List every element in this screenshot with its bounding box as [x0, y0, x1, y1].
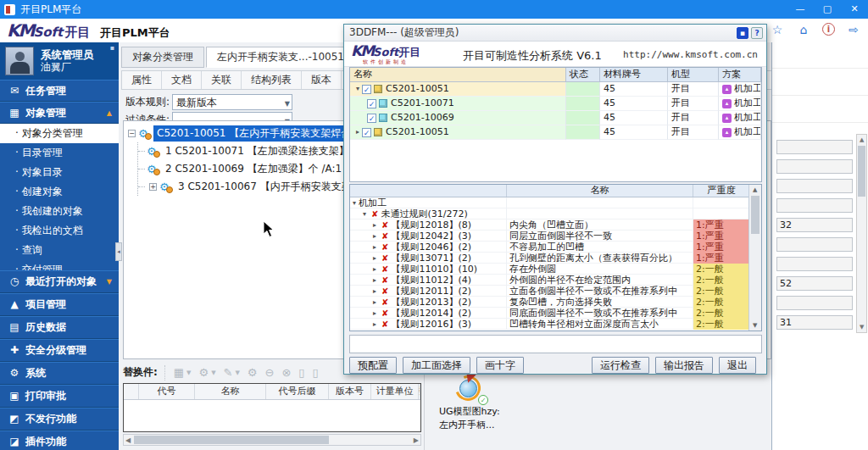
rule-row[interactable]: ▸✘【规则12046】(2) 不容易加工的凹槽 1:严重 [350, 242, 761, 253]
scroll-up-icon[interactable]: ▲ [860, 136, 864, 143]
sidebar-item-catalog-management[interactable]: · 目录管理 [0, 143, 119, 163]
cancel-icon[interactable]: ⊗ [281, 366, 291, 380]
pin-icon[interactable]: ▪ [110, 44, 114, 52]
draw-cross-button[interactable]: 画十字 [476, 357, 524, 374]
sidebar-item-task-management[interactable]: ✉ 任务管理 [0, 80, 119, 102]
part-row[interactable]: ▸ ✓ C5201-10051 45 开目 ▴机加工 [350, 125, 761, 140]
rule-row[interactable]: ▸✘【规则12018】(8) 内尖角（凹槽立面） 1:严重 [350, 219, 761, 231]
scrollbar-thumb[interactable] [858, 146, 865, 197]
sidebar-item-recent-objects[interactable]: ◷ 最近打开的对象 ▼ [0, 270, 119, 293]
sidebar-item-object-catalog[interactable]: · 对象目录 [0, 163, 119, 182]
caret-collapsed-icon[interactable]: ▸ [370, 254, 379, 262]
output-report-button[interactable]: 输出报告 [655, 357, 713, 374]
maximize-button[interactable]: ▢ [814, 0, 841, 19]
remove-icon[interactable]: ⊖ [265, 366, 275, 380]
settings-icon[interactable]: ⚙ [199, 366, 209, 380]
caret-expanded-icon[interactable]: ▾ [353, 82, 362, 96]
sidebar-item-object-management[interactable]: ▦ 对象管理 ▲ [0, 102, 119, 124]
property-field[interactable] [776, 237, 853, 252]
edit-icon[interactable]: ✎ [224, 366, 233, 380]
copy-icon[interactable]: ▯ [298, 366, 304, 380]
property-field[interactable]: 32 [776, 218, 853, 232]
rule-row[interactable]: ▸✘【规则12042】(3) 同层立面倒圆半径不一致 1:严重 [350, 231, 761, 242]
sidebar-splitter[interactable]: ◂ [115, 242, 122, 261]
rules-vertical-scrollbar[interactable]: ▲ ▼ [748, 185, 761, 331]
caret-collapsed-icon[interactable]: ▸ [370, 243, 379, 251]
property-field[interactable]: 52 [776, 276, 853, 291]
sidebar-item-system[interactable]: ⚙ 系统 [0, 362, 119, 385]
expand-arrow-icon[interactable]: ▼ [107, 271, 112, 292]
rule-row[interactable]: ▸✘【规则12013】(2) 复杂凹槽，方向选择失败 2:一般 [350, 297, 761, 308]
logout-icon[interactable]: ⇨ [846, 22, 861, 37]
caret-collapsed-icon[interactable]: ▸ [370, 287, 379, 295]
gear-icon[interactable]: ⚙ [248, 366, 258, 380]
minimize-button[interactable]: — [787, 0, 814, 19]
caret-collapsed-icon[interactable]: ▸ [370, 221, 379, 229]
help-icon[interactable]: ? [751, 27, 763, 39]
sidebar-item-object-classification[interactable]: · 对象分类管理 [0, 124, 119, 143]
tab-object-classification[interactable]: 对象分类管理 [121, 47, 204, 68]
sidebar-item-no-release[interactable]: ◩ 不发行功能 [0, 408, 119, 431]
caret-collapsed-icon[interactable]: ▸ [353, 125, 362, 139]
caret-collapsed-icon[interactable]: ▸ [370, 309, 379, 317]
collapse-box-icon[interactable]: − [128, 130, 136, 137]
duplicate-icon[interactable]: ▯ [312, 366, 318, 380]
sidebar-item-my-created-objects[interactable]: · 我创建的对象 [0, 202, 119, 221]
favorite-icon[interactable]: ☆ [770, 22, 785, 37]
sidebar-item-delivery-management[interactable]: · 交付管理 [0, 260, 119, 270]
rule-row[interactable]: ▸✘【规则12016】(3) 凹槽转角半径相对立面深度而言太小 2:一般 [350, 319, 761, 330]
info-icon[interactable]: i [822, 23, 835, 36]
caret-collapsed-icon[interactable]: ▸ [370, 298, 379, 306]
scroll-down-icon[interactable]: ▼ [860, 324, 864, 331]
property-field[interactable] [776, 140, 853, 154]
machining-face-select-button[interactable]: 加工面选择 [403, 357, 470, 374]
property-field[interactable] [776, 159, 853, 174]
scroll-right-icon[interactable]: ▶ [414, 436, 419, 444]
caret-collapsed-icon[interactable]: ▸ [370, 265, 379, 273]
close-button[interactable]: ✕ [841, 0, 868, 19]
version-rule-select[interactable]: 最新版本 ▼ [172, 94, 292, 110]
checkbox[interactable]: ✓ [362, 128, 371, 137]
horizontal-scrollbar[interactable]: ◀ ▶ [123, 434, 421, 446]
property-field[interactable] [776, 198, 853, 213]
vertical-scrollbar[interactable]: ▲ ▼ [856, 134, 867, 333]
property-field[interactable]: 31 [776, 315, 853, 330]
rule-subgroup-row[interactable]: ▾✘未通过规则(31/272) [350, 208, 761, 219]
scrollbar-thumb[interactable] [751, 196, 760, 234]
property-field[interactable] [776, 179, 853, 193]
checkbox[interactable]: ✓ [367, 114, 376, 123]
sidebar-item-plugin[interactable]: ◪ 插件功能 [0, 431, 119, 450]
subtab-properties[interactable]: 属性 [122, 71, 162, 89]
caret-collapsed-icon[interactable]: ▸ [370, 320, 379, 328]
rule-group-row[interactable]: ▾机加工 [350, 197, 761, 208]
paste-icon[interactable]: ▦ [174, 366, 184, 380]
property-field[interactable] [776, 296, 853, 310]
expand-box-icon[interactable]: + [149, 183, 157, 191]
sidebar-item-security-management[interactable]: ✚ 安全分级管理 [0, 339, 119, 362]
rule-row[interactable]: ▸✘【规则12011】(2) 立面各倒圆半径不一致或不在推荐系列中 2:一般 [350, 286, 761, 297]
part-row[interactable]: ✓ C5201-10071 45 开目 ▴机加工 [350, 97, 761, 111]
subtab-documents[interactable]: 文档 [162, 71, 202, 89]
checkbox[interactable]: ✓ [362, 85, 371, 94]
run-check-button[interactable]: 运行检查 [592, 357, 649, 374]
pin-icon[interactable]: ▪ [737, 27, 748, 39]
subtab-structure-list[interactable]: 结构列表 [242, 71, 302, 89]
home-icon[interactable]: ⌂ [796, 22, 811, 37]
subtab-relations[interactable]: 关联 [202, 71, 242, 89]
file-shortcut[interactable]: ✓ UG模型图hzy: 左内开手柄... [439, 373, 532, 431]
sidebar-item-print-approval[interactable]: ▣ 打印审批 [0, 385, 119, 408]
rule-row[interactable]: ▸✘【规则11010】(10) 存在外倒圆 2:一般 [350, 264, 761, 275]
sidebar-item-project-management[interactable]: ▲ 项目管理 [0, 293, 119, 316]
caret-collapsed-icon[interactable]: ▸ [370, 276, 379, 284]
caret-collapsed-icon[interactable]: ▸ [370, 232, 379, 240]
exit-button[interactable]: 退出 [719, 357, 756, 374]
part-row[interactable]: ▾ ✓ C5201-10051 45 开目 ▴机加工 [350, 82, 761, 97]
collapse-arrow-icon[interactable]: ▲ [107, 103, 112, 124]
rule-row[interactable]: ▸✘【规则11012】(4) 外倒圆的半径不在给定范围内 2:一般 [350, 275, 761, 286]
caret-expanded-icon[interactable]: ▾ [350, 199, 359, 207]
rule-row[interactable]: ▸✘【规则12014】(2) 同底面倒圆半径不一致或不在推荐系列中 2:一般 [350, 308, 761, 319]
sidebar-item-history-data[interactable]: ▤ 历史数据 [0, 316, 119, 339]
dialog-titlebar[interactable]: 3DDFM--- (超级管理员) ✕ [344, 25, 766, 42]
part-row[interactable]: ✓ C5201-10069 45 开目 ▴机加工 [350, 111, 761, 125]
sidebar-item-create-object[interactable]: · 创建对象 [0, 182, 119, 202]
